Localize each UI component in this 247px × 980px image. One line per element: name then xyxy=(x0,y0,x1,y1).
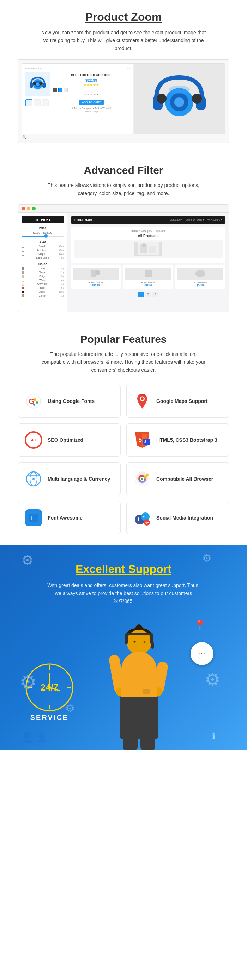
features-grid: G Using Google Fonts xyxy=(17,385,230,535)
filter-color-red: Red (5) xyxy=(22,286,63,290)
filter-product-2: Product Name $18.99 xyxy=(123,266,173,289)
speech-dots: ··· xyxy=(198,650,206,657)
filter-category-title: All Products xyxy=(74,234,223,238)
seo-icon: SEO xyxy=(24,431,43,449)
location-pin-icon: 📍 xyxy=(193,619,206,632)
filter-pagination: 1 2 3 xyxy=(71,291,225,297)
html5-text: HTML5, CSS3 Bootstrap 3 xyxy=(156,437,217,443)
svg-rect-18 xyxy=(149,246,156,253)
swatch-beige xyxy=(22,275,24,278)
feature-card-fontawesome: f Font Awesome xyxy=(17,501,121,535)
svg-point-26 xyxy=(195,270,205,277)
popular-features-title: Popular Features xyxy=(14,333,233,345)
mac-dot-red xyxy=(22,207,25,210)
swatch-camel xyxy=(22,294,24,297)
popular-features-description: The popular features include fully respo… xyxy=(39,350,208,374)
svg-point-33 xyxy=(141,397,144,400)
product-name-3: Product Name xyxy=(177,281,223,283)
html5-icon: 5 3 xyxy=(133,431,151,449)
person-head: 👁 👁 ‿ xyxy=(127,630,151,654)
social-icon: f t g+ xyxy=(133,509,151,527)
shirt-pocket xyxy=(143,689,150,694)
filter-price-range: $8.00 – $36.00 xyxy=(22,231,63,234)
svg-text:g+: g+ xyxy=(146,521,149,525)
browser-icon xyxy=(133,470,151,488)
svg-text:f: f xyxy=(31,515,33,522)
swatch-grey xyxy=(22,267,24,270)
svg-point-12 xyxy=(174,97,184,107)
person-legs xyxy=(123,736,155,750)
google-maps-text: Google Maps Support xyxy=(156,398,207,404)
google-maps-label: Google Maps Support xyxy=(156,398,207,404)
person-body: 👁 👁 ‿ xyxy=(100,630,178,750)
svg-rect-49 xyxy=(29,514,38,522)
headphone-right xyxy=(150,633,153,644)
filter-size-large: Large (12) xyxy=(22,253,63,256)
filter-main-content: STORE NAME Language ▾ Currency: USD ▾ My… xyxy=(67,213,229,312)
swatch-black xyxy=(22,291,24,293)
svg-rect-24 xyxy=(145,270,152,277)
feature-card-social: f t g+ Social Media Integration xyxy=(126,501,230,535)
filter-price-title: Price xyxy=(22,226,63,230)
badge-service-text: SERVICE xyxy=(25,714,74,722)
svg-point-29 xyxy=(33,398,36,401)
product-price-1: $12.99 xyxy=(73,284,119,286)
filter-body: FILTER BY Price $8.00 – $36.00 Size Smal… xyxy=(18,213,229,312)
filter-products-grid: Product Name $12.99 Product Name $18.99 xyxy=(71,266,225,289)
mac-dot-green xyxy=(32,207,36,210)
gear-icon-top-left: ⚙ xyxy=(21,552,34,568)
page-3[interactable]: 3 xyxy=(152,291,158,297)
user-icon-2: 👤 xyxy=(36,732,47,742)
gear-icon-small: ⚙ xyxy=(65,702,75,714)
advanced-filter-title: Advanced Filter xyxy=(14,164,233,177)
gear-icon-right: ⚙ xyxy=(205,669,220,690)
filter-color-taupe: Taupe (1) xyxy=(22,271,63,274)
svg-rect-1 xyxy=(30,83,33,88)
svg-text:3: 3 xyxy=(144,440,146,444)
filter-price-slider[interactable] xyxy=(22,236,63,237)
filter-lang: Language ▾ xyxy=(170,218,183,221)
checkbox-small[interactable] xyxy=(22,245,24,248)
google-fonts-icon: G xyxy=(24,392,43,410)
checkbox-xlarge[interactable] xyxy=(22,256,24,259)
multilang-icon xyxy=(24,470,43,488)
page-2[interactable]: 2 xyxy=(146,291,151,297)
product-name-mockup: BLUETOOTH HEADPHONE xyxy=(53,73,130,77)
filter-size-small: Small (14) xyxy=(22,245,63,248)
filter-account: My Account ▾ xyxy=(207,218,222,221)
svg-rect-2 xyxy=(42,83,46,88)
svg-point-30 xyxy=(36,401,38,404)
checkbox-medium[interactable] xyxy=(22,249,24,251)
filter-mockup: FILTER BY Price $8.00 – $36.00 Size Smal… xyxy=(17,204,230,312)
filter-store-name: STORE NAME xyxy=(74,218,93,221)
mini-product-label: MINI PRODUCT xyxy=(25,67,43,70)
filter-size-xlarge: Extra Large (8) xyxy=(22,256,63,259)
browser-label: Compatibile All Browser xyxy=(156,476,213,482)
product-zoom-description: Now you can zoom the product and get to … xyxy=(39,29,208,52)
swatch-offwhite xyxy=(22,283,24,286)
person-torso xyxy=(121,652,157,701)
feature-card-google-maps: Google Maps Support xyxy=(126,385,230,418)
browser-text: Compatibile All Browser xyxy=(156,476,213,482)
feature-card-multilang: Multi language & Currency xyxy=(17,462,121,495)
mac-dot-yellow xyxy=(27,207,30,210)
checkbox-large[interactable] xyxy=(22,253,24,256)
filter-breadcrumb: Home / Category / Products xyxy=(74,229,223,232)
filter-product-1: Product Name $12.99 xyxy=(71,266,121,289)
multilang-text: Multi language & Currency xyxy=(48,476,110,482)
filter-product-3: Product Name $24.99 xyxy=(176,266,225,289)
support-description: With great deals and offers, customers a… xyxy=(46,581,201,605)
svg-point-48 xyxy=(141,478,143,480)
page-1[interactable]: 1 xyxy=(138,291,144,297)
filter-color-grey: Grey (8) xyxy=(22,267,63,270)
product-price-2: $18.99 xyxy=(125,284,171,286)
filter-currency: Currency: USD ▾ xyxy=(185,218,204,221)
speech-bubble: ··· xyxy=(190,642,214,665)
gear-icon-top-right: ⚙ xyxy=(202,552,212,565)
filter-color-black: Black (10) xyxy=(22,291,63,293)
mini-nav: ‹ › xyxy=(127,67,130,70)
swatch-red xyxy=(22,286,24,290)
gear-icon-bottom-left: ⚙ xyxy=(19,671,37,694)
svg-point-31 xyxy=(33,404,35,406)
filter-color-camel: Camel (1) xyxy=(22,294,63,297)
